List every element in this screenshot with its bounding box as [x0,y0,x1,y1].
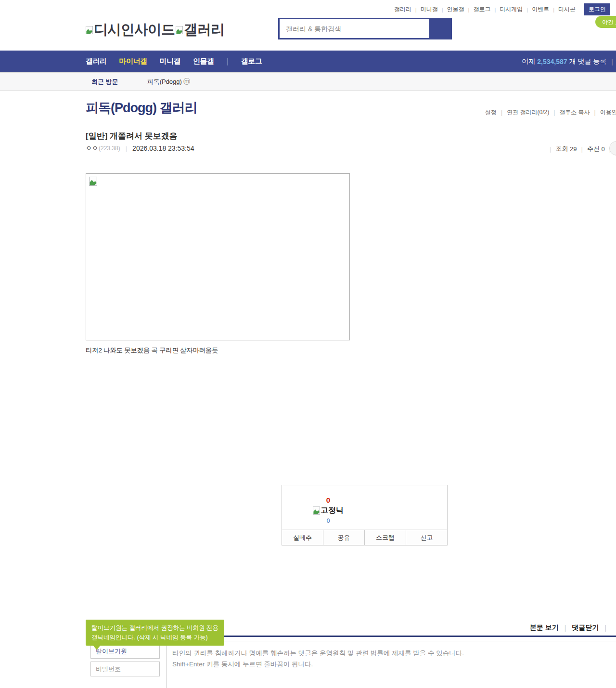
tooltip-line1: 탈이브기원는 갤러리에서 권장하는 비회원 전용 [91,623,218,633]
utility-bar: 갤러리| 미니갤| 인물갤| 갤로그| 디시게임| 이벤트| 디시콘 로그인 [390,3,610,15]
fixed-nick-count: 0 [301,518,355,524]
recent-visit-label[interactable]: 최근 방문 [91,78,118,86]
views-label: 조회 [555,144,568,153]
fixed-nick-row: 고정닉 [301,506,355,516]
post-meta: ㅇㅇ (223.38) | 2026.03.18 23:53:54 [86,144,194,153]
tooltip-line2: 갤닉네임입니다. (삭제 시 닉네임 등록 가능) [91,633,218,642]
broken-image-icon [176,26,183,34]
post-writer[interactable]: ㅇㅇ [86,144,98,153]
util-link-gallery[interactable]: 갤러리 [390,5,415,13]
vote-box: 0 고정닉 0 실베추 공유 스크랩 신고 [282,485,448,545]
nav-minorgal-active[interactable]: 마이너갤 [119,57,147,66]
comment-password-input[interactable] [90,662,160,676]
divider: | [126,145,127,152]
util-link-event[interactable]: 이벤트 [528,5,553,13]
night-mode-button[interactable]: 야간 모드 [595,16,616,28]
divider: | [581,145,582,153]
post-stats: | 조회 29 | 추천 0 | [545,144,615,153]
login-button[interactable]: 로그인 [584,3,610,15]
nav-items: 갤러리 마이너갤 미니갤 인물갤 | 갤로그 [86,57,262,66]
comment-nickname-input[interactable] [90,644,160,659]
broken-image-icon [86,26,93,34]
comment-textarea[interactable]: 타인의 권리를 침해하거나 명예를 훼손하는 댓글은 운영원칙 및 관련 법률에… [166,641,616,688]
post-date: 2026.03.18 23:53:54 [132,144,194,152]
report-button[interactable]: 신고 [406,530,447,545]
post-body-text: 티저2 나와도 못보겠음 곡 구리면 살자마려울듯 [86,346,218,355]
stats-prefix: 어제 [522,57,535,66]
nav-gallery[interactable]: 갤러리 [86,57,107,66]
related-gallery-link[interactable]: 연관 갤러리(0/2) [507,108,549,117]
broken-image-icon [313,506,320,515]
divider: | [227,57,229,66]
usage-guide-link[interactable]: 이용안내 [600,108,616,117]
nav-gallog[interactable]: 갤로그 [241,57,262,66]
site-logo[interactable]: 디시인사이드 갤러리 [86,20,224,39]
divider: | [501,109,502,116]
nav-persongal[interactable]: 인물갤 [193,57,214,66]
settings-link[interactable]: 설정 [485,108,497,117]
stats-suffix: 개 댓글 등록 [569,57,607,66]
util-link-dccon[interactable]: 디시콘 [554,5,579,13]
broken-image-icon [89,177,97,186]
post-writer-ip: (223.38) [99,145,120,152]
silbechu-button[interactable]: 실베추 [282,530,323,545]
recent-gallery-name: 피독(Pdogg) [147,78,182,85]
search-button[interactable] [429,19,450,38]
recent-visit-bar: 최근 방문 피독(Pdogg)ⓜ [0,72,616,91]
logo-text-secondary: 갤러리 [184,20,224,39]
scrap-button[interactable]: 스크랩 [365,530,406,545]
gallery-header-links: 설정| 연관 갤러리(0/2)| 갤주소 복사| 이용안내 [485,108,616,117]
fixed-nick-label: 고정닉 [321,506,344,516]
view-post-button[interactable]: 본문 보기 [530,623,559,632]
divider: | [565,624,566,632]
close-comments-button[interactable]: 댓글닫기 [572,623,599,632]
views-count: 29 [570,145,577,153]
recommend-count: 0 [602,145,605,153]
divider: | [611,58,613,65]
util-link-minigal[interactable]: 미니갤 [417,5,442,13]
share-button[interactable]: 공유 [323,530,365,545]
gallnick-tooltip: 탈이브기원는 갤러리에서 권장하는 비회원 전용 갤닉네임입니다. (삭제 시 … [86,620,224,646]
comment-rules-line1: 타인의 권리를 침해하거나 명예를 훼손하는 댓글은 운영원칙 및 관련 법률에… [172,648,616,659]
recommend-label: 추천 [587,144,600,153]
meta-circle-button[interactable] [609,141,616,156]
util-link-persongal[interactable]: 인물갤 [443,5,468,13]
vote-actions-row: 실베추 공유 스크랩 신고 [282,530,447,545]
divider: | [594,109,596,116]
dcinside-gallery-page: 갤러리| 미니갤| 인물갤| 갤로그| 디시게임| 이벤트| 디시콘 로그인 디… [0,0,616,688]
divider: | [553,109,555,116]
vote-column: 0 고정닉 0 [301,496,355,524]
post-category: [일반] [86,131,107,141]
post-title-text: 개쫄려서 못보겠음 [110,131,178,141]
util-link-dcgame[interactable]: 디시게임 [496,5,526,13]
minor-gallery-badge-icon: ⓜ [183,78,190,85]
post-image-placeholder[interactable] [86,173,350,340]
stats-count: 2,534,587 [537,58,567,65]
divider: | [550,145,551,153]
gallery-title[interactable]: 피독(Pdogg) 갤러리 [86,99,197,117]
divider: | [604,624,606,632]
nav-minigal[interactable]: 미니갤 [160,57,181,66]
logo-text-primary: 디시인사이드 [94,20,175,39]
comment-header: 본문 보기 | 댓글닫기 | [530,623,612,632]
search-input[interactable] [280,19,429,38]
comment-count-stats: 어제 2,534,587 개 댓글 등록 | [522,51,613,72]
copy-url-link[interactable]: 갤주소 복사 [559,108,590,117]
util-link-gallog[interactable]: 갤로그 [469,5,494,13]
search-box [278,18,452,39]
upvote-count: 0 [301,496,355,504]
comment-rules-line2: Shift+Enter 키를 동시에 누르면 줄바꿈이 됩니다. [172,659,616,670]
recent-gallery-link[interactable]: 피독(Pdogg)ⓜ [147,78,190,86]
main-nav: 갤러리 마이너갤 미니갤 인물갤 | 갤로그 어제 2,534,587 개 댓글… [0,51,616,72]
post-title: [일반] 개쫄려서 못보겠음 [86,130,178,142]
